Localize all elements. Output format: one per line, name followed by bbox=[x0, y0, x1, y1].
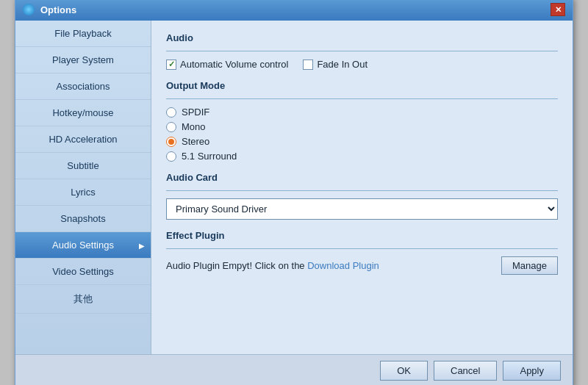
audio-card-title: Audio Card bbox=[166, 172, 558, 183]
auto-volume-checkbox[interactable] bbox=[166, 60, 176, 70]
radio-mono-label: Mono bbox=[182, 121, 206, 132]
radio-surround-label: 5.1 Surround bbox=[182, 151, 237, 162]
sidebar-item-player-system[interactable]: Player System bbox=[15, 47, 151, 73]
title-bar-left: Options bbox=[23, 4, 76, 15]
radio-stereo: Stereo bbox=[166, 136, 558, 147]
radio-surround: 5.1 Surround bbox=[166, 151, 558, 162]
audio-card-row: Primary Sound Driver bbox=[166, 198, 558, 220]
effect-divider bbox=[166, 248, 558, 249]
main-panel: Audio Automatic Volume control Fade In O… bbox=[151, 21, 573, 354]
radio-stereo-btn[interactable] bbox=[166, 137, 176, 147]
sidebar-item-file-playback[interactable]: File Playback bbox=[15, 21, 151, 47]
fade-in-out-item: Fade In Out bbox=[303, 59, 368, 70]
title-bar: Options ✕ bbox=[15, 0, 573, 21]
effect-plugin-prefix: Audio Plugin Empyt! Click on the bbox=[166, 260, 307, 271]
app-icon bbox=[23, 4, 35, 15]
window-title: Options bbox=[40, 4, 76, 15]
output-mode-group: SPDIF Mono Stereo 5.1 Surround bbox=[166, 107, 558, 162]
radio-stereo-label: Stereo bbox=[182, 136, 209, 147]
fade-in-out-label: Fade In Out bbox=[317, 59, 368, 70]
sidebar-item-hd-acceleration[interactable]: HD Acceleration bbox=[15, 126, 151, 153]
auto-volume-item: Automatic Volume control bbox=[166, 59, 288, 70]
main-content: File PlaybackPlayer SystemAssociationsHo… bbox=[15, 21, 573, 354]
radio-spdif-btn[interactable] bbox=[166, 107, 176, 118]
audio-divider bbox=[166, 51, 558, 51]
sidebar-item-video-settings[interactable]: Video Settings bbox=[15, 259, 151, 285]
output-mode-title: Output Mode bbox=[166, 80, 558, 91]
cancel-button[interactable]: Cancel bbox=[434, 361, 497, 381]
sidebar: File PlaybackPlayer SystemAssociationsHo… bbox=[15, 21, 151, 354]
sidebar-item-audio-settings[interactable]: Audio Settings bbox=[15, 232, 151, 259]
close-button[interactable]: ✕ bbox=[551, 3, 565, 16]
radio-mono-btn[interactable] bbox=[166, 122, 176, 132]
ok-button[interactable]: OK bbox=[380, 361, 428, 381]
audio-card-select[interactable]: Primary Sound Driver bbox=[166, 198, 558, 220]
audio-card-divider bbox=[166, 190, 558, 191]
sidebar-item-subtitle[interactable]: Subtitle bbox=[15, 153, 151, 179]
audio-section-title: Audio bbox=[166, 32, 558, 43]
sidebar-item-other[interactable]: 其他 bbox=[15, 285, 151, 314]
download-plugin-link[interactable]: Download Plugin bbox=[307, 260, 379, 271]
sidebar-item-associations[interactable]: Associations bbox=[15, 73, 151, 100]
effect-plugin-text: Audio Plugin Empyt! Click on the Downloa… bbox=[166, 260, 494, 271]
radio-mono: Mono bbox=[166, 121, 558, 132]
sidebar-item-hotkey-mouse[interactable]: Hotkey/mouse bbox=[15, 100, 151, 126]
audio-options-row: Automatic Volume control Fade In Out bbox=[166, 59, 558, 70]
bottom-bar: OK Cancel Apply bbox=[15, 354, 573, 385]
radio-surround-btn[interactable] bbox=[166, 151, 176, 162]
sidebar-item-lyrics[interactable]: Lyrics bbox=[15, 179, 151, 206]
radio-spdif: SPDIF bbox=[166, 107, 558, 118]
effect-plugin-title: Effect Plugin bbox=[166, 230, 558, 241]
output-divider bbox=[166, 98, 558, 99]
sidebar-item-snapshots[interactable]: Snapshots bbox=[15, 206, 151, 232]
audio-card-dropdown-container: Primary Sound Driver bbox=[166, 198, 558, 220]
auto-volume-label: Automatic Volume control bbox=[180, 59, 288, 70]
options-window: Options ✕ File PlaybackPlayer SystemAsso… bbox=[15, 0, 573, 385]
fade-in-out-checkbox[interactable] bbox=[303, 60, 313, 70]
radio-spdif-label: SPDIF bbox=[182, 107, 209, 118]
effect-plugin-row: Audio Plugin Empyt! Click on the Downloa… bbox=[166, 256, 558, 275]
manage-button[interactable]: Manage bbox=[501, 256, 558, 275]
apply-button[interactable]: Apply bbox=[503, 361, 561, 381]
